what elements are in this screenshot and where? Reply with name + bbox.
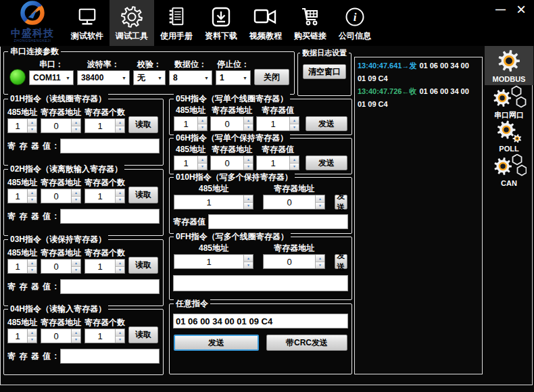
toolbar-item-info[interactable]: i公司信息	[333, 0, 377, 46]
04h-485-address-value-input[interactable]	[8, 329, 27, 343]
010h-485-address-decrement-button[interactable]: ▼	[244, 203, 253, 210]
05h-register-value-value-input[interactable]	[257, 117, 289, 130]
010h-register-value-input[interactable]	[208, 214, 348, 229]
0fh-485-address-spinner[interactable]: ▲▼	[174, 254, 253, 269]
05h-register-address-value-input[interactable]	[211, 117, 243, 130]
sidebar-item-串口网口[interactable]: 串口网口	[485, 85, 533, 120]
0fh-485-address-increment-button[interactable]: ▲	[244, 255, 253, 262]
06h-485-address-decrement-button[interactable]: ▼	[198, 164, 207, 170]
010h-register-address-decrement-button[interactable]: ▼	[316, 203, 324, 210]
010h-send-button[interactable]: 发送	[335, 195, 347, 210]
01h-register-address-spinner[interactable]: ▲▼	[41, 118, 81, 133]
01h-register-count-decrement-button[interactable]: ▼	[116, 126, 124, 133]
toolbar-item-monitor[interactable]: 测试软件	[65, 0, 110, 46]
02h-register-address-increment-button[interactable]: ▲	[72, 189, 80, 197]
05h-register-address-increment-button[interactable]: ▲	[244, 117, 253, 124]
04h-register-count-value-input[interactable]	[85, 329, 115, 343]
01h-register-count-spinner[interactable]: ▲▼	[84, 118, 125, 133]
custom-send-button[interactable]: 发送	[174, 335, 259, 351]
01h-485-address-decrement-button[interactable]: ▼	[28, 126, 37, 133]
baud-rate-select[interactable]: 38400▼	[77, 70, 130, 85]
05h-485-address-value-input[interactable]	[174, 117, 197, 130]
01h-register-address-value-input[interactable]	[41, 119, 71, 132]
03h-485-address-value-input[interactable]	[8, 260, 27, 273]
03h-register-count-decrement-button[interactable]: ▼	[116, 267, 124, 274]
04h-register-address-value-input[interactable]	[41, 329, 71, 343]
0fh-register-address-value-input[interactable]	[264, 255, 315, 268]
03h-register-count-value-input[interactable]	[85, 260, 115, 273]
04h-485-address-decrement-button[interactable]: ▼	[28, 337, 37, 343]
close-button[interactable]: ×	[516, 2, 526, 17]
04h-register-count-spinner[interactable]: ▲▼	[84, 328, 125, 343]
02h-read-button[interactable]: 读取	[128, 187, 158, 203]
06h-register-address-spinner[interactable]: ▲▼	[210, 155, 253, 170]
04h-register-address-decrement-button[interactable]: ▼	[72, 337, 80, 343]
custom-command-input[interactable]	[173, 314, 348, 328]
04h-register-value-input[interactable]	[60, 349, 160, 364]
04h-read-button[interactable]: 读取	[128, 326, 158, 343]
010h-register-address-spinner[interactable]: ▲▼	[263, 195, 325, 210]
03h-register-address-value-input[interactable]	[41, 260, 71, 273]
010h-485-address-increment-button[interactable]: ▲	[244, 195, 253, 203]
02h-register-address-value-input[interactable]	[41, 189, 71, 203]
0fh-register-address-increment-button[interactable]: ▲	[316, 255, 324, 262]
01h-485-address-value-input[interactable]	[8, 119, 27, 132]
02h-register-count-decrement-button[interactable]: ▼	[116, 197, 124, 203]
data-bits-select[interactable]: 8▼	[169, 70, 212, 85]
06h-register-value-value-input[interactable]	[257, 156, 289, 170]
010h-register-address-value-input[interactable]	[264, 195, 315, 209]
01h-485-address-spinner[interactable]: ▲▼	[7, 118, 37, 133]
05h-register-value-decrement-button[interactable]: ▼	[290, 124, 299, 131]
stop-bits-select[interactable]: 1▼	[216, 70, 251, 85]
log-panel[interactable]: 13:40:47.641→发01 06 00 34 00 01 09 C413:…	[354, 57, 483, 374]
03h-read-button[interactable]: 读取	[128, 257, 158, 274]
sidebar-item-poll[interactable]: POLL	[485, 120, 533, 152]
04h-register-address-increment-button[interactable]: ▲	[72, 329, 80, 337]
03h-485-address-increment-button[interactable]: ▲	[28, 260, 37, 267]
06h-485-address-increment-button[interactable]: ▲	[198, 156, 207, 164]
03h-register-address-increment-button[interactable]: ▲	[72, 260, 80, 267]
03h-register-value-input[interactable]	[60, 279, 160, 294]
01h-register-address-decrement-button[interactable]: ▼	[72, 126, 80, 133]
02h-register-value-input[interactable]	[60, 209, 160, 224]
05h-485-address-increment-button[interactable]: ▲	[198, 117, 207, 124]
toolbar-item-cart[interactable]: 购买链接	[288, 0, 333, 46]
06h-register-value-increment-button[interactable]: ▲	[290, 156, 299, 164]
05h-send-button[interactable]: 发送	[306, 116, 347, 131]
06h-send-button[interactable]: 发送	[306, 155, 347, 170]
010h-register-address-increment-button[interactable]: ▲	[316, 195, 324, 203]
02h-register-address-spinner[interactable]: ▲▼	[41, 189, 81, 203]
02h-485-address-value-input[interactable]	[8, 189, 27, 203]
06h-register-address-increment-button[interactable]: ▲	[244, 156, 253, 164]
toolbar-item-manual[interactable]: 使用手册	[154, 0, 199, 46]
01h-register-value-input[interactable]	[60, 139, 160, 153]
01h-register-count-increment-button[interactable]: ▲	[116, 119, 124, 126]
serial-close-button[interactable]: 关闭	[254, 69, 289, 85]
04h-register-count-decrement-button[interactable]: ▼	[116, 337, 124, 343]
0fh-send-button[interactable]: 发送	[335, 254, 347, 269]
03h-register-address-spinner[interactable]: ▲▼	[41, 259, 81, 274]
04h-register-address-spinner[interactable]: ▲▼	[41, 328, 81, 343]
05h-register-value-increment-button[interactable]: ▲	[290, 117, 299, 124]
02h-register-address-decrement-button[interactable]: ▼	[72, 197, 80, 203]
0fh-register-address-decrement-button[interactable]: ▼	[316, 262, 324, 269]
06h-register-value-spinner[interactable]: ▲▼	[256, 155, 299, 170]
01h-register-count-value-input[interactable]	[85, 119, 115, 132]
05h-485-address-decrement-button[interactable]: ▼	[198, 124, 207, 131]
sidebar-item-modbus[interactable]: MODBUS	[485, 46, 533, 85]
01h-register-address-increment-button[interactable]: ▲	[72, 119, 80, 126]
02h-register-count-increment-button[interactable]: ▲	[116, 189, 124, 197]
clear-log-button[interactable]: 清空窗口	[303, 64, 346, 79]
toolbar-item-video-camera[interactable]: 视频教程	[243, 0, 288, 46]
01h-485-address-increment-button[interactable]: ▲	[28, 119, 37, 126]
02h-485-address-spinner[interactable]: ▲▼	[7, 189, 37, 203]
minimize-button[interactable]: —	[495, 2, 506, 17]
06h-register-address-value-input[interactable]	[211, 156, 243, 170]
02h-register-count-spinner[interactable]: ▲▼	[84, 189, 125, 203]
05h-register-address-spinner[interactable]: ▲▼	[210, 116, 253, 131]
02h-485-address-increment-button[interactable]: ▲	[28, 189, 37, 197]
04h-register-count-increment-button[interactable]: ▲	[116, 329, 124, 337]
010h-485-address-spinner[interactable]: ▲▼	[174, 195, 253, 210]
0fh-register-value-input[interactable]	[173, 275, 348, 291]
parity-select[interactable]: 无▼	[133, 70, 166, 85]
